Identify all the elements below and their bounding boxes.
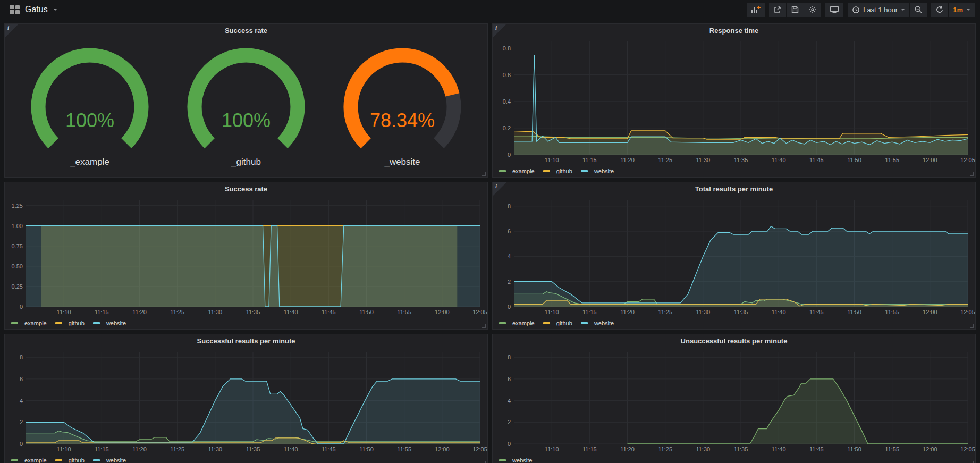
chevron-down-icon[interactable] — [53, 9, 57, 11]
legend-swatch — [581, 322, 588, 324]
legend-item[interactable]: _website — [581, 320, 614, 326]
panel-info-icon[interactable]: i — [493, 24, 506, 38]
panel-info-icon[interactable]: i — [493, 182, 506, 196]
svg-text:4: 4 — [508, 253, 511, 259]
legend-item[interactable]: _github — [543, 320, 572, 326]
refresh-interval-picker[interactable]: 1m — [949, 3, 975, 17]
svg-text:12:00: 12:00 — [923, 309, 937, 315]
svg-text:12:05: 12:05 — [472, 446, 487, 452]
svg-text:11:10: 11:10 — [545, 446, 559, 452]
panel-title[interactable]: Response time — [493, 24, 975, 37]
svg-text:11:55: 11:55 — [885, 309, 899, 315]
svg-text:11:45: 11:45 — [809, 157, 824, 163]
legend-label: _website — [103, 320, 126, 326]
legend-item[interactable]: _github — [55, 320, 85, 326]
svg-text:11:45: 11:45 — [809, 309, 824, 315]
panel-resize-handle[interactable] — [482, 324, 486, 328]
legend-swatch — [543, 170, 550, 172]
zoom-out-icon — [914, 5, 923, 14]
dashboard-title[interactable]: Gatus — [25, 5, 48, 14]
panel-resize-handle[interactable] — [482, 461, 486, 463]
legend-item[interactable]: _example — [11, 320, 47, 326]
svg-text:11:50: 11:50 — [359, 446, 374, 452]
legend-item[interactable]: _github — [543, 168, 572, 174]
svg-text:11:30: 11:30 — [696, 157, 710, 163]
svg-text:8: 8 — [508, 354, 511, 360]
share-button[interactable] — [769, 3, 786, 17]
svg-text:6: 6 — [20, 376, 23, 382]
svg-text:0.75: 0.75 — [12, 243, 23, 249]
panel-success-rate-gauges: i Success rate 100% _example 100% _githu… — [4, 23, 488, 178]
legend-item[interactable]: _website — [581, 168, 614, 174]
chart-canvas[interactable]: 11:1011:1511:2011:2511:3011:3511:4011:45… — [5, 348, 487, 454]
panel-resize-handle[interactable] — [970, 172, 974, 176]
svg-text:11:30: 11:30 — [208, 309, 222, 315]
svg-text:11:50: 11:50 — [847, 309, 861, 315]
chart-unsuccessful-results[interactable]: 11:1011:1511:2011:2511:3011:3511:4011:45… — [493, 348, 975, 454]
panel-title[interactable]: Total results per minute — [493, 182, 975, 196]
legend-label: _website — [591, 320, 614, 326]
settings-button[interactable] — [804, 3, 821, 17]
gauge-group: 100% _example 100% _github 78.34% _websi… — [5, 37, 487, 177]
add-panel-button[interactable] — [747, 3, 765, 17]
chart-canvas[interactable]: 11:1011:1511:2011:2511:3011:3511:4011:45… — [493, 37, 975, 165]
save-button[interactable] — [787, 3, 804, 17]
svg-text:12:05: 12:05 — [960, 446, 975, 452]
svg-text:6: 6 — [508, 228, 511, 234]
svg-text:11:35: 11:35 — [734, 309, 748, 315]
svg-text:11:35: 11:35 — [246, 446, 260, 452]
legend-item[interactable]: _website — [93, 320, 126, 326]
legend-swatch — [499, 322, 506, 324]
gauge: 78.34% _website — [331, 47, 474, 167]
dashboards-grid-icon[interactable] — [10, 5, 20, 14]
legend-swatch — [93, 459, 100, 461]
legend-item[interactable]: _github — [55, 457, 85, 463]
gauge-arc: 100% — [175, 47, 317, 157]
legend-item[interactable]: _example — [11, 457, 47, 463]
svg-text:2: 2 — [20, 419, 23, 425]
chart-canvas[interactable]: 11:1011:1511:2011:2511:3011:3511:4011:45… — [5, 196, 487, 317]
chart-response-time[interactable]: 11:1011:1511:2011:2511:3011:3511:4011:45… — [493, 37, 975, 165]
refresh-button[interactable] — [931, 3, 948, 17]
svg-text:2: 2 — [508, 419, 511, 425]
chart-legend: _example_github_website — [493, 165, 975, 177]
panel-info-icon[interactable]: i — [5, 24, 19, 38]
svg-text:11:40: 11:40 — [284, 446, 298, 452]
legend-item[interactable]: _website — [499, 457, 532, 463]
chart-total-results[interactable]: 11:1011:1511:2011:2511:3011:3511:4011:45… — [493, 196, 975, 317]
gauge: 100% _github — [175, 47, 317, 167]
svg-text:11:30: 11:30 — [696, 309, 710, 315]
svg-text:11:35: 11:35 — [734, 446, 748, 452]
clock-icon — [852, 6, 860, 14]
panel-resize-handle[interactable] — [482, 172, 486, 176]
panel-title[interactable]: Success rate — [5, 24, 487, 37]
chart-canvas[interactable]: 11:1011:1511:2011:2511:3011:3511:4011:45… — [493, 348, 975, 454]
legend-item[interactable]: _example — [499, 168, 535, 174]
gauge-arc: 78.34% — [331, 47, 474, 157]
chart-success-rate[interactable]: 11:1011:1511:2011:2511:3011:3511:4011:45… — [5, 196, 487, 317]
tv-mode-button[interactable] — [825, 3, 843, 17]
legend-label: _website — [103, 457, 126, 463]
navbar: Gatus — [0, 0, 980, 19]
svg-text:0.25: 0.25 — [12, 283, 23, 290]
panel-resize-handle[interactable] — [970, 324, 974, 328]
chart-successful-results[interactable]: 11:1011:1511:2011:2511:3011:3511:4011:45… — [5, 348, 487, 454]
chevron-down-icon — [966, 9, 970, 11]
svg-text:0: 0 — [508, 304, 511, 310]
panel-resize-handle[interactable] — [970, 461, 974, 463]
svg-text:11:50: 11:50 — [847, 157, 861, 163]
legend-item[interactable]: _example — [499, 320, 535, 326]
svg-text:4: 4 — [20, 398, 23, 404]
panel-title[interactable]: Successful results per minute — [5, 334, 487, 348]
svg-text:11:15: 11:15 — [582, 446, 597, 452]
svg-text:0: 0 — [20, 304, 23, 310]
legend-item[interactable]: _website — [93, 457, 126, 463]
time-range-picker[interactable]: Last 1 hour — [848, 3, 909, 17]
gauge-value: 78.34% — [370, 110, 435, 131]
legend-swatch — [55, 459, 62, 461]
panel-title[interactable]: Unsuccessful results per minute — [493, 334, 975, 348]
chart-canvas[interactable]: 11:1011:1511:2011:2511:3011:3511:4011:45… — [493, 196, 975, 317]
zoom-out-button[interactable] — [910, 3, 927, 17]
panel-title[interactable]: Success rate — [5, 182, 487, 196]
svg-text:11:55: 11:55 — [397, 446, 411, 452]
